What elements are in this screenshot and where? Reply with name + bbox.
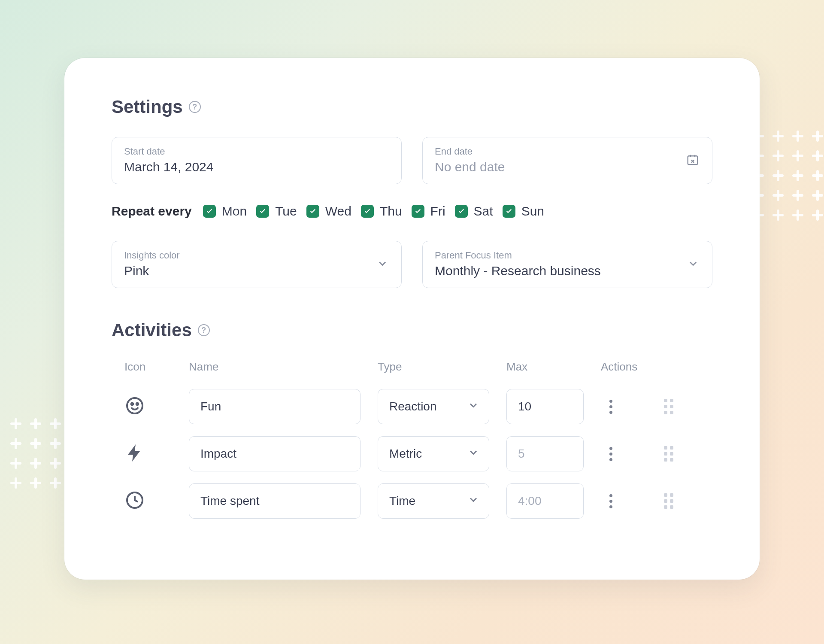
activity-row: Time spentTime 4:00: [112, 477, 712, 525]
day-label: Sat: [474, 204, 493, 219]
checkbox-icon: [306, 205, 319, 218]
help-icon[interactable]: ?: [198, 324, 210, 336]
day-label: Sun: [521, 204, 544, 219]
activity-type-select[interactable]: Time: [378, 483, 489, 519]
end-date-field[interactable]: End date No end date: [422, 137, 712, 184]
activities-heading-text: Activities: [112, 320, 192, 340]
day-checkbox-wed[interactable]: Wed: [306, 204, 351, 219]
svg-point-1: [127, 398, 142, 413]
parent-focus-value: Monthly - Research business: [435, 264, 700, 278]
start-date-value: March 14, 2024: [124, 160, 389, 174]
activity-type-value: Metric: [389, 447, 422, 461]
day-checkbox-mon[interactable]: Mon: [203, 204, 247, 219]
settings-heading: Settings ?: [112, 97, 712, 117]
checkbox-icon: [361, 205, 374, 218]
activity-name-input[interactable]: Time spent: [189, 483, 360, 519]
insights-color-value: Pink: [124, 264, 389, 278]
svg-point-2: [131, 403, 133, 405]
decorative-sparkles: [751, 129, 824, 240]
parent-focus-select[interactable]: Parent Focus Item Monthly - Research bus…: [422, 241, 712, 288]
day-checkbox-tue[interactable]: Tue: [256, 204, 297, 219]
activity-max-input[interactable]: 5: [506, 436, 584, 471]
checkbox-icon: [256, 205, 269, 218]
clock-icon[interactable]: [124, 490, 172, 512]
checkbox-icon: [503, 205, 515, 218]
end-date-label: End date: [435, 146, 700, 157]
activity-actions: [601, 446, 700, 462]
settings-heading-text: Settings: [112, 97, 183, 117]
start-date-label: Start date: [124, 146, 389, 157]
col-type: Type: [378, 360, 489, 374]
activity-name-input[interactable]: Fun: [189, 389, 360, 424]
activity-row: FunReaction 10: [112, 383, 712, 430]
checkbox-icon: [203, 205, 216, 218]
day-checkbox-fri[interactable]: Fri: [412, 204, 445, 219]
repeat-every-row: Repeat every Mon Tue Wed Thu Fri Sat Sun: [112, 204, 712, 219]
col-icon: Icon: [124, 360, 172, 374]
activity-type-select[interactable]: Reaction: [378, 389, 489, 424]
help-icon[interactable]: ?: [189, 101, 201, 113]
day-checkbox-sun[interactable]: Sun: [503, 204, 544, 219]
calendar-clear-icon[interactable]: [686, 153, 699, 168]
activity-row: ImpactMetric 5: [112, 430, 712, 477]
col-actions: Actions: [601, 360, 700, 374]
activity-type-select[interactable]: Metric: [378, 436, 489, 471]
chevron-down-icon: [467, 447, 479, 462]
drag-handle-icon[interactable]: [664, 399, 673, 414]
activity-max-input[interactable]: 10: [506, 389, 584, 424]
chevron-down-icon: [467, 494, 479, 509]
checkbox-icon: [412, 205, 424, 218]
day-label: Tue: [275, 204, 297, 219]
checkbox-icon: [455, 205, 468, 218]
bolt-icon[interactable]: [124, 443, 172, 465]
day-checkbox-sat[interactable]: Sat: [455, 204, 493, 219]
col-name: Name: [189, 360, 360, 374]
chevron-down-icon: [376, 258, 388, 271]
more-actions-button[interactable]: [609, 447, 612, 461]
col-max: Max: [506, 360, 584, 374]
chevron-down-icon: [467, 399, 479, 414]
chevron-down-icon: [687, 258, 699, 271]
activity-type-value: Reaction: [389, 400, 437, 413]
repeat-every-label: Repeat every: [112, 204, 192, 219]
day-label: Thu: [380, 204, 402, 219]
day-label: Fri: [430, 204, 445, 219]
day-checkbox-thu[interactable]: Thu: [361, 204, 402, 219]
insights-color-select[interactable]: Insights color Pink: [112, 241, 402, 288]
app-background: Settings ? Start date March 14, 2024 End…: [0, 0, 824, 644]
svg-rect-0: [688, 156, 698, 164]
day-label: Mon: [222, 204, 247, 219]
end-date-placeholder: No end date: [435, 160, 700, 174]
start-date-field[interactable]: Start date March 14, 2024: [112, 137, 402, 184]
svg-point-3: [136, 403, 139, 405]
activity-type-value: Time: [389, 494, 415, 508]
more-actions-button[interactable]: [609, 494, 612, 508]
drag-handle-icon[interactable]: [664, 446, 673, 462]
activities-heading: Activities ?: [112, 320, 712, 340]
parent-focus-label: Parent Focus Item: [435, 250, 700, 261]
activity-max-input[interactable]: 4:00: [506, 483, 584, 519]
activities-table-header: Icon Name Type Max Actions: [112, 360, 712, 383]
activity-actions: [601, 493, 700, 509]
settings-card: Settings ? Start date March 14, 2024 End…: [64, 58, 760, 580]
drag-handle-icon[interactable]: [664, 493, 673, 509]
day-label: Wed: [325, 204, 351, 219]
more-actions-button[interactable]: [609, 400, 612, 414]
insights-color-label: Insights color: [124, 250, 389, 261]
activity-name-input[interactable]: Impact: [189, 436, 360, 471]
activity-actions: [601, 399, 700, 414]
smile-icon[interactable]: [124, 395, 172, 418]
